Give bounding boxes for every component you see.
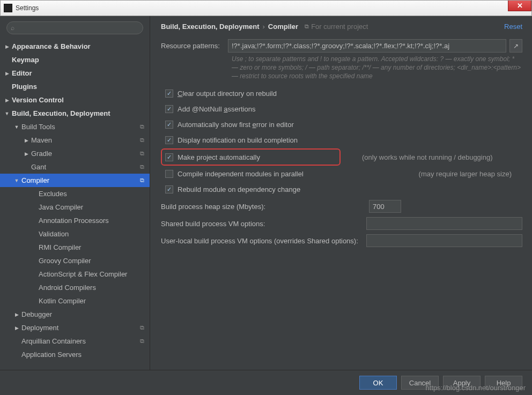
copy-icon: ⧉ <box>305 23 309 30</box>
search-input[interactable] <box>6 21 143 34</box>
checkbox-clear-output[interactable] <box>165 90 173 98</box>
tree-appservers[interactable]: Application Servers <box>0 348 150 361</box>
label-clear-output: Clear output directory on rebuild <box>178 90 277 98</box>
heap-label: Build process heap size (Mbytes): <box>161 203 369 211</box>
watermark: https://blog.csdn.net/ourstronger <box>426 384 526 392</box>
label-make-auto: Make project automatically <box>178 153 260 161</box>
tree-compiler[interactable]: Compiler⧉ <box>0 174 150 187</box>
checkbox-auto-error[interactable] <box>165 121 173 129</box>
user-vm-label: User-local build process VM options (ove… <box>161 237 366 245</box>
tree-asflex[interactable]: ActionScript & Flex Compiler <box>0 267 150 281</box>
label-notify-build: Display notification on build completion <box>178 136 298 144</box>
tree-excludes[interactable]: Excludes <box>0 187 150 200</box>
breadcrumb: Build, Execution, Deployment › Compiler … <box>161 23 522 31</box>
patterns-input[interactable] <box>228 39 506 53</box>
tree-appearance[interactable]: Appearance & Behavior <box>0 40 150 53</box>
content-panel: Build, Execution, Deployment › Compiler … <box>150 16 532 370</box>
label-auto-error: Automatically show first error in editor <box>178 121 294 129</box>
highlight-make-auto: Make project automatically <box>161 148 341 166</box>
tree-vcs[interactable]: Version Control <box>0 93 150 107</box>
tree-rmi[interactable]: RMI Compiler <box>0 241 150 254</box>
reset-link[interactable]: Reset <box>504 23 522 31</box>
label-rebuild-dep: Rebuild module on dependency change <box>178 185 300 193</box>
titlebar: Settings ✕ <box>0 0 532 16</box>
checkbox-compile-parallel[interactable] <box>165 170 173 178</box>
patterns-label: Resource patterns: <box>161 42 228 50</box>
checkbox-notify-build[interactable] <box>165 136 173 144</box>
patterns-hint: Use ; to separate patterns and ! to nega… <box>161 55 522 80</box>
ok-button[interactable]: OK <box>359 376 397 390</box>
user-vm-input[interactable] <box>366 234 522 247</box>
tree-gant[interactable]: Gant⧉ <box>0 160 150 174</box>
window-title: Settings <box>16 4 39 12</box>
breadcrumb-current: Compiler <box>268 23 298 31</box>
settings-tree: Appearance & Behavior Keymap Editor Plug… <box>0 39 150 370</box>
tree-validation[interactable]: Validation <box>0 227 150 241</box>
copy-icon: ⧉ <box>140 338 144 345</box>
app-icon <box>4 4 12 12</box>
tree-editor[interactable]: Editor <box>0 66 150 80</box>
heap-input[interactable] <box>369 200 401 213</box>
checkbox-make-auto[interactable] <box>165 153 173 161</box>
tree-buildtools[interactable]: Build Tools⧉ <box>0 120 150 133</box>
copy-icon: ⧉ <box>140 150 144 157</box>
tree-gradle[interactable]: Gradle⧉ <box>0 147 150 160</box>
tree-keymap[interactable]: Keymap <box>0 53 150 66</box>
copy-icon: ⧉ <box>140 163 144 170</box>
tree-kotlin[interactable]: Kotlin Compiler <box>0 294 150 308</box>
sidebar: ⌕ Appearance & Behavior Keymap Editor Pl… <box>0 16 150 370</box>
tree-deployment[interactable]: Deployment⧉ <box>0 321 150 334</box>
tree-javacompiler[interactable]: Java Compiler <box>0 200 150 214</box>
checkbox-add-notnull[interactable] <box>165 105 173 113</box>
patterns-expand-button[interactable]: ↗ <box>509 39 522 53</box>
tree-android[interactable]: Android Compilers <box>0 281 150 294</box>
label-add-notnull: Add @NotNull assertions <box>178 105 255 113</box>
tree-debugger[interactable]: Debugger <box>0 308 150 321</box>
breadcrumb-sep: › <box>262 23 264 31</box>
tree-annproc[interactable]: Annotation Processors <box>0 214 150 227</box>
copy-icon: ⧉ <box>140 123 144 130</box>
tree-groovy[interactable]: Groovy Compiler <box>0 254 150 267</box>
copy-icon: ⧉ <box>140 137 144 144</box>
shared-vm-input[interactable] <box>366 217 522 230</box>
note-compile-parallel: (may require larger heap size) <box>419 170 522 178</box>
breadcrumb-note: For current project <box>311 23 368 31</box>
checkbox-rebuild-dep[interactable] <box>165 185 173 193</box>
close-button[interactable]: ✕ <box>508 1 531 11</box>
note-make-auto: (only works while not running / debuggin… <box>362 153 493 161</box>
tree-arquillian[interactable]: Arquillian Containers⧉ <box>0 334 150 348</box>
label-compile-parallel: Compile independent modules in parallel <box>178 170 304 178</box>
tree-plugins[interactable]: Plugins <box>0 80 150 93</box>
breadcrumb-root[interactable]: Build, Execution, Deployment <box>161 23 259 31</box>
search-icon: ⌕ <box>11 24 14 32</box>
shared-vm-label: Shared build process VM options: <box>161 220 366 228</box>
tree-bed[interactable]: Build, Execution, Deployment <box>0 107 150 120</box>
tree-maven[interactable]: Maven⧉ <box>0 133 150 147</box>
copy-icon: ⧉ <box>140 177 144 184</box>
copy-icon: ⧉ <box>140 324 144 331</box>
